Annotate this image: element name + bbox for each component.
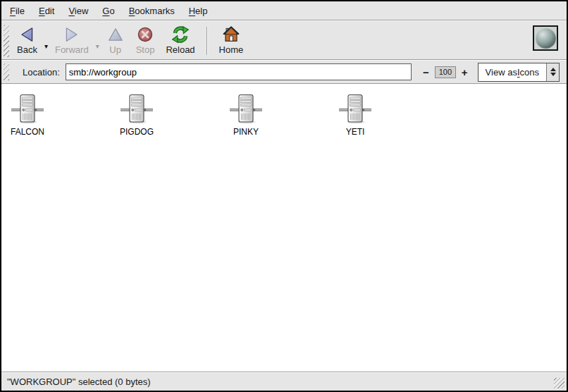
forward-history-dropdown-icon: ▾: [96, 42, 99, 50]
server-item-pigdog[interactable]: PIGDOG: [112, 93, 161, 137]
reload-label: Reload: [166, 44, 195, 55]
zoom-level-indicator: 100: [435, 66, 456, 78]
toolbar-drag-handle[interactable]: [4, 25, 9, 57]
forward-button: Forward: [49, 23, 94, 56]
menu-bar: File Edit View Go Bookmarks Help: [1, 1, 567, 20]
window-resize-grip[interactable]: [554, 378, 564, 388]
location-label: Location:: [23, 67, 60, 78]
up-button: Up: [101, 23, 130, 56]
server-item-label: PINKY: [233, 127, 259, 137]
up-arrow-icon: [106, 25, 125, 44]
toolbar: Back ▾ Forward ▾ Up Stop: [1, 21, 567, 59]
home-label: Home: [219, 44, 244, 55]
menu-file-label: File: [10, 6, 25, 16]
file-manager-window: File Edit View Go Bookmarks Help Back ▾ …: [0, 0, 568, 392]
back-history-dropdown-icon[interactable]: ▾: [44, 42, 48, 50]
menu-view[interactable]: View: [61, 1, 95, 20]
server-item-yeti[interactable]: YETI: [331, 93, 380, 137]
status-bar: "WORKGROUP" selected (0 bytes): [1, 373, 567, 391]
location-input[interactable]: [66, 63, 412, 80]
server-item-label: PIGDOG: [120, 127, 154, 137]
throbber: [533, 25, 558, 51]
menu-bookmarks-label: Bookmarks: [129, 6, 175, 16]
zoom-in-button[interactable]: +: [459, 67, 471, 78]
computer-server-icon: [229, 93, 263, 125]
forward-label: Forward: [55, 44, 89, 55]
toolbar-separator: [206, 27, 208, 55]
computer-server-icon: [120, 93, 154, 125]
view-as-label: View as Icons: [479, 63, 546, 81]
icon-view: FALCON PIGDOG: [1, 85, 567, 372]
server-item-label: FALCON: [11, 127, 44, 137]
server-item-pinky[interactable]: PINKY: [221, 93, 271, 137]
menu-bookmarks[interactable]: Bookmarks: [122, 1, 182, 20]
menu-help[interactable]: Help: [182, 1, 215, 20]
up-label: Up: [109, 44, 121, 55]
server-item-label: YETI: [346, 127, 365, 137]
reload-icon: [171, 25, 190, 44]
server-item-falcon[interactable]: FALCON: [3, 93, 52, 137]
back-button[interactable]: Back: [11, 23, 43, 56]
menu-file[interactable]: File: [3, 1, 32, 20]
menu-edit-label: Edit: [39, 6, 54, 16]
view-as-dropdown-arrows-icon[interactable]: [546, 63, 559, 81]
back-label: Back: [17, 44, 37, 55]
back-arrow-icon: [18, 25, 36, 44]
computer-server-icon: [11, 93, 44, 125]
menu-edit[interactable]: Edit: [32, 1, 61, 20]
stop-label: Stop: [136, 44, 155, 55]
menu-go-label: Go: [102, 6, 114, 16]
status-text: "WORKGROUP" selected (0 bytes): [7, 376, 151, 387]
menu-help-label: Help: [189, 6, 208, 16]
reload-button[interactable]: Reload: [160, 23, 200, 56]
location-bar: Location: − 100 + View as Icons: [1, 61, 567, 83]
throbber-sphere-icon: [536, 28, 556, 49]
menu-go[interactable]: Go: [95, 1, 121, 20]
home-button[interactable]: Home: [214, 23, 249, 56]
location-bar-drag-handle[interactable]: [4, 63, 9, 80]
menu-view-label: View: [68, 6, 88, 16]
home-icon: [222, 25, 240, 44]
zoom-out-button[interactable]: −: [420, 67, 432, 78]
zoom-controls: − 100 +: [420, 66, 471, 78]
computer-server-icon: [338, 93, 372, 125]
stop-button: Stop: [130, 23, 161, 56]
forward-arrow-icon: [63, 25, 81, 44]
stop-icon: [136, 25, 154, 44]
view-as-dropdown[interactable]: View as Icons: [478, 63, 560, 82]
